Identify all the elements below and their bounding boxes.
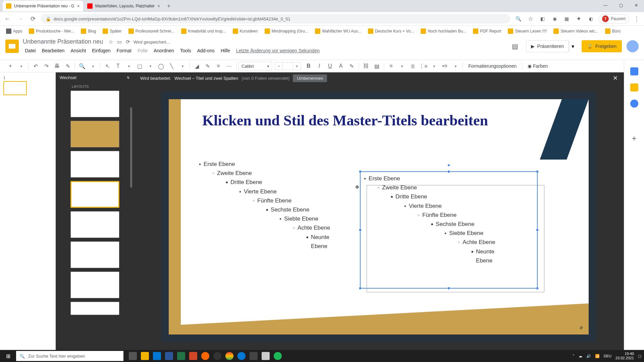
bookmark-item[interactable]: Später bbox=[101, 27, 123, 35]
chevron-down-icon[interactable]: ▾ bbox=[124, 61, 134, 71]
rotate-handle[interactable] bbox=[447, 164, 450, 167]
present-button[interactable]: ▶ Präsentieren bbox=[526, 40, 569, 52]
calendar-icon[interactable] bbox=[630, 67, 638, 75]
keep-icon[interactable] bbox=[630, 83, 638, 92]
word-icon[interactable] bbox=[163, 350, 175, 362]
bookmark-item[interactable]: Steuern Videos wic... bbox=[551, 27, 600, 35]
fill-color-button[interactable]: ◢ bbox=[192, 61, 202, 71]
close-master-button[interactable]: ✕ bbox=[613, 74, 618, 82]
layout-thumbnail[interactable] bbox=[70, 302, 119, 315]
clock[interactable]: 19:40 23.02.2021 bbox=[615, 352, 634, 360]
border-dash-button[interactable]: ⋯ bbox=[224, 61, 234, 71]
new-tab-button[interactable]: + bbox=[164, 1, 173, 11]
format-options-button[interactable]: Formatierungsoptionen bbox=[465, 62, 520, 70]
slide-title-placeholder[interactable]: Klicken und Stil des Master-Titels bearb… bbox=[202, 112, 504, 130]
edge-icon[interactable] bbox=[151, 350, 163, 362]
layout-thumbnail[interactable] bbox=[70, 211, 119, 238]
extensions-button[interactable]: ✦ bbox=[574, 14, 584, 23]
bookmark-item[interactable]: Büro bbox=[603, 27, 623, 35]
chevron-down-icon[interactable]: ▾ bbox=[450, 61, 461, 71]
slides-logo-icon[interactable] bbox=[5, 40, 19, 53]
explorer-icon[interactable] bbox=[139, 350, 151, 362]
bookmark-item[interactable]: Professionell Schrei... bbox=[126, 27, 176, 35]
border-color-button[interactable]: ✎ bbox=[203, 61, 213, 71]
selection-handle[interactable] bbox=[536, 229, 539, 231]
bookmark-item[interactable]: Noch hochladen Bu... bbox=[419, 27, 468, 35]
add-panel-button[interactable]: + bbox=[632, 134, 636, 143]
spotify-icon[interactable] bbox=[272, 350, 284, 362]
menu-help[interactable]: Hilfe bbox=[219, 47, 232, 55]
tasks-icon[interactable] bbox=[630, 100, 638, 108]
language-indicator[interactable]: DEU bbox=[604, 354, 611, 358]
system-tray[interactable]: ˄ ☁ 🔊 📶 DEU 19:40 23.02.2021 ▢ bbox=[573, 352, 644, 360]
textbox-tool[interactable]: T bbox=[113, 61, 123, 71]
chevron-down-icon[interactable]: ▾ bbox=[397, 61, 407, 71]
themes-button[interactable]: ◉ Farben bbox=[524, 62, 551, 70]
browser-tab[interactable]: Unbenannte Präsentation neu - G × bbox=[3, 1, 83, 11]
url-bar[interactable]: 🔒 docs.google.com/presentation/d/1o2Pm-L… bbox=[41, 14, 511, 23]
bookmark-item[interactable]: Kreativität und Insp... bbox=[179, 27, 228, 35]
bulleted-list-button[interactable]: •≡ bbox=[440, 61, 450, 71]
close-icon[interactable]: × bbox=[157, 3, 160, 9]
bookmark-item[interactable]: Mindmapping (Gru... bbox=[263, 27, 310, 35]
content-placeholder-right-selected[interactable]: ✥ Erste Ebene Zweite Ebene Dritte Ebene bbox=[360, 171, 538, 289]
zoom-button[interactable]: 🔍 bbox=[77, 61, 87, 71]
browser-tab[interactable]: Masterfolien, Layouts, Platzhalter × bbox=[84, 1, 164, 11]
obs-icon[interactable] bbox=[211, 350, 223, 362]
underline-button[interactable]: U bbox=[325, 61, 335, 71]
star-icon[interactable]: ☆ bbox=[109, 39, 113, 45]
image-tool[interactable]: ▢ bbox=[135, 61, 145, 71]
layout-thumbnail[interactable] bbox=[70, 151, 119, 178]
notifications-icon[interactable]: ▢ bbox=[638, 354, 641, 358]
bookmark-item[interactable]: Deutsche Kurs + Vo... bbox=[366, 27, 416, 35]
redo-button[interactable]: ↷ bbox=[41, 61, 51, 71]
start-button[interactable]: ⊞ bbox=[0, 350, 16, 362]
task-view-button[interactable] bbox=[127, 350, 139, 362]
menu-insert[interactable]: Einfügen bbox=[90, 47, 112, 55]
chevron-down-icon[interactable]: ▾ bbox=[16, 61, 26, 71]
chevron-updown-icon[interactable]: ⇅ bbox=[127, 76, 129, 79]
paint-format-button[interactable]: ✎ bbox=[63, 61, 73, 71]
menu-format[interactable]: Format bbox=[115, 47, 133, 55]
line-tool[interactable]: ╲ bbox=[167, 61, 177, 71]
italic-button[interactable]: I bbox=[314, 61, 324, 71]
slide-thumbnail[interactable] bbox=[3, 81, 27, 95]
selection-handle[interactable] bbox=[359, 287, 362, 290]
highlight-button[interactable]: ✎ bbox=[346, 61, 357, 71]
document-title[interactable]: Unbenannte Präsentation neu bbox=[23, 38, 103, 45]
menu-view[interactable]: Ansicht bbox=[68, 47, 88, 55]
present-dropdown[interactable]: ▾ bbox=[569, 40, 577, 52]
bookmark-item[interactable]: Wahlfächer WU Aus... bbox=[313, 27, 363, 35]
apps-bookmark[interactable]: Apps bbox=[4, 27, 24, 35]
layout-thumbnail[interactable] bbox=[70, 272, 119, 298]
font-size-increase[interactable]: + bbox=[293, 62, 301, 70]
powerpoint-icon[interactable] bbox=[187, 350, 199, 362]
star-icon[interactable]: ☆ bbox=[526, 14, 535, 23]
line-spacing-button[interactable]: ≣ bbox=[408, 61, 418, 71]
align-button[interactable]: ≡ bbox=[386, 61, 396, 71]
border-weight-button[interactable]: ≡ bbox=[213, 61, 223, 71]
maximize-button[interactable]: ▢ bbox=[613, 0, 629, 11]
menu-file[interactable]: Datei bbox=[23, 47, 38, 55]
print-button[interactable]: 🖶 bbox=[52, 61, 62, 71]
selection-handle[interactable] bbox=[359, 170, 362, 173]
text-color-button[interactable]: A bbox=[336, 61, 346, 71]
app-icon[interactable] bbox=[199, 350, 211, 362]
menu-tools[interactable]: Tools bbox=[178, 47, 193, 55]
extension-icon[interactable]: ▦ bbox=[562, 14, 572, 23]
app-icon[interactable] bbox=[248, 350, 260, 362]
layout-thumbnail[interactable] bbox=[70, 90, 119, 117]
selection-handle[interactable] bbox=[359, 229, 362, 231]
bookmark-item[interactable]: PDF Report bbox=[471, 27, 503, 35]
chevron-down-icon[interactable]: ▾ bbox=[88, 61, 98, 71]
layout-thumbnail[interactable] bbox=[70, 121, 119, 147]
close-window-button[interactable]: ✕ bbox=[629, 0, 644, 11]
selection-handle[interactable] bbox=[536, 287, 539, 290]
forward-button[interactable]: → bbox=[15, 14, 25, 23]
zoom-icon[interactable]: 🔍 bbox=[514, 14, 523, 23]
comment-button[interactable]: ▤ bbox=[372, 61, 382, 71]
menu-addons[interactable]: Add-ons bbox=[195, 47, 217, 55]
font-size-input[interactable] bbox=[283, 62, 293, 70]
last-edit-link[interactable]: Letzte Änderung vor wenigen Sekunden bbox=[234, 47, 322, 55]
onedrive-icon[interactable]: ☁ bbox=[579, 354, 582, 358]
